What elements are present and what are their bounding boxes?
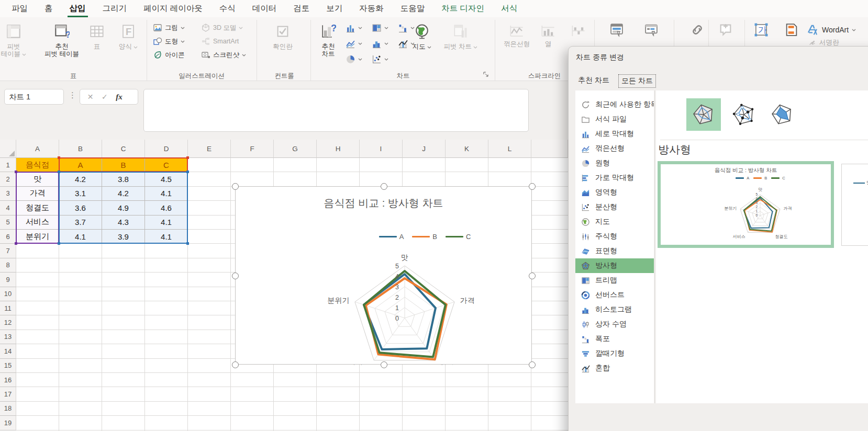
enter-icon[interactable]: ✓: [102, 93, 108, 101]
menu-tab-서식[interactable]: 서식: [493, 0, 526, 17]
chart-type-item-column[interactable]: 세로 막대형: [575, 127, 654, 141]
legend-item-B[interactable]: B: [412, 233, 437, 241]
insert-histogram-chart-button[interactable]: [372, 38, 388, 49]
table-value-cell[interactable]: 3.9: [102, 230, 145, 244]
chart-object[interactable]: 음식점 비교 : 방사형 차트 ABC 543210맛가격청결도서비스분위기: [235, 186, 532, 365]
insert-line-chart-button[interactable]: [346, 38, 362, 49]
sparkline-column-button[interactable]: 열: [535, 21, 561, 56]
chart-type-item-pie[interactable]: 원형: [575, 156, 654, 171]
chart-legend[interactable]: ABC: [277, 233, 573, 241]
sparkline-line-button[interactable]: 꺾은선형: [504, 21, 530, 56]
table-series-header[interactable]: A: [59, 158, 102, 172]
table-value-cell[interactable]: 4.5: [145, 172, 188, 186]
menu-tab-차트 디자인[interactable]: 차트 디자인: [433, 0, 493, 17]
chart-type-item-waterfall[interactable]: 폭포: [575, 332, 654, 346]
chart-selection-handle[interactable]: [232, 273, 239, 279]
table-category-cell[interactable]: 서비스: [16, 216, 59, 230]
chart-title[interactable]: 음식점 비교 : 방사형 차트: [236, 196, 531, 210]
menu-tab-삽입[interactable]: 삽입: [61, 0, 94, 17]
subtype-radar[interactable]: [686, 98, 721, 131]
name-box[interactable]: 차트 1: [4, 89, 64, 105]
recommended-pivot-table-button[interactable]: ?추천피벗 테이블: [43, 20, 80, 72]
table-value-cell[interactable]: 4.3: [102, 216, 145, 230]
icons-button[interactable]: 아이콘: [153, 49, 185, 61]
screenshot-button[interactable]: 스크린샷: [201, 49, 246, 61]
comment-button[interactable]: [718, 22, 733, 37]
chart-type-item-combo[interactable]: 혼합: [575, 361, 654, 376]
table-value-cell[interactable]: 4.2: [102, 187, 145, 201]
chart-type-item-map[interactable]: 지도: [575, 214, 654, 229]
table-value-cell[interactable]: 4.1: [145, 216, 188, 230]
legend-item-C[interactable]: C: [446, 233, 471, 241]
chart-type-item-scatter[interactable]: 분산형: [575, 200, 654, 214]
chart-type-item-funnel[interactable]: 깔때기형: [575, 346, 654, 361]
legend-item-A[interactable]: A: [379, 233, 404, 241]
menu-tab-검토[interactable]: 검토: [285, 0, 318, 17]
chart-type-item-radar[interactable]: 방사형: [575, 258, 654, 273]
table-value-cell[interactable]: 4.2: [59, 172, 102, 186]
table-category-cell[interactable]: 가격: [16, 187, 59, 201]
dialog-tab-recommended[interactable]: 추천 차트: [575, 74, 612, 87]
menu-tab-수식[interactable]: 수식: [211, 0, 244, 17]
chart-type-item-boxwhisker[interactable]: 상자 수염: [575, 317, 654, 332]
chart-selection-handle[interactable]: [381, 361, 387, 368]
menu-tab-데이터[interactable]: 데이터: [244, 0, 285, 17]
insert-scatter-chart-button[interactable]: [372, 53, 388, 65]
subtype-radar-filled[interactable]: [765, 98, 799, 131]
table-category-cell[interactable]: 분위기: [16, 230, 59, 244]
chart-type-item-template[interactable]: 서식 파일: [575, 112, 654, 127]
table-value-cell[interactable]: 4.1: [59, 230, 102, 244]
shapes-button[interactable]: 도형: [153, 36, 185, 47]
formula-input[interactable]: [143, 89, 529, 132]
chart-preview-selected[interactable]: 음식점 비교 : 방사형 차트 ABC 543210맛가격청결도서비스분위기: [658, 161, 834, 248]
chart-type-item-treemap[interactable]: 트리맵: [575, 273, 654, 288]
chart-type-item-stock[interactable]: 주식형: [575, 229, 654, 244]
menu-tab-자동화[interactable]: 자동화: [351, 0, 392, 17]
insert-function-icon[interactable]: fx: [116, 93, 123, 101]
menu-tab-페이지 레이아웃[interactable]: 페이지 레이아웃: [135, 0, 211, 17]
chart-preview-next[interactable]: 맛: [841, 164, 868, 246]
table-category-cell[interactable]: 청결도: [16, 201, 59, 215]
table-category-cell[interactable]: 맛: [16, 172, 59, 186]
dialog-tab-all[interactable]: 모든 차트: [618, 74, 656, 88]
table-value-cell[interactable]: 4.9: [102, 201, 145, 215]
text-box-button[interactable]: 가: [754, 22, 769, 37]
subtype-radar-markers[interactable]: [727, 98, 761, 131]
menu-tab-도움말[interactable]: 도움말: [392, 0, 433, 17]
wordart-button[interactable]: WordArt: [806, 24, 856, 36]
menu-tab-파일[interactable]: 파일: [3, 0, 36, 17]
slicer-button[interactable]: [609, 22, 624, 37]
table-value-cell[interactable]: 4.1: [145, 230, 188, 244]
chart-type-item-surface[interactable]: 표면형: [575, 244, 654, 258]
chart-selection-handle[interactable]: [232, 183, 239, 190]
table-value-cell[interactable]: 3.7: [59, 216, 102, 230]
table-value-cell[interactable]: 3.1: [59, 187, 102, 201]
picture-button[interactable]: 그림: [153, 22, 185, 33]
insert-treemap-chart-button[interactable]: [372, 22, 388, 33]
chart-dialog-launcher-icon[interactable]: [483, 71, 489, 78]
header-footer-button[interactable]: [784, 22, 799, 37]
cancel-icon[interactable]: ✕: [87, 93, 94, 101]
chart-type-item-line[interactable]: 꺾은선형: [575, 141, 654, 156]
table-series-header[interactable]: B: [102, 158, 145, 172]
insert-column-chart-button[interactable]: [346, 22, 362, 33]
recommended-charts-button[interactable]: ?추천차트: [315, 20, 342, 72]
chart-type-item-histogram[interactable]: 히스토그램: [575, 302, 654, 317]
table-value-cell[interactable]: 4.1: [145, 187, 188, 201]
chart-type-item-recent[interactable]: 최근에 사용한 항목: [575, 97, 654, 112]
chart-selection-handle[interactable]: [529, 361, 536, 368]
chart-selection-handle[interactable]: [232, 361, 239, 368]
chart-selection-handle[interactable]: [529, 183, 536, 190]
table-value-cell[interactable]: 3.6: [59, 201, 102, 215]
menu-tab-보기[interactable]: 보기: [318, 0, 351, 17]
table-series-header[interactable]: C: [145, 158, 188, 172]
link-button[interactable]: [690, 22, 705, 37]
table-corner-cell[interactable]: 음식점: [16, 158, 59, 172]
menu-tab-홈[interactable]: 홈: [36, 0, 61, 17]
chart-type-item-sunburst[interactable]: 선버스트: [575, 288, 654, 302]
insert-pie-chart-button[interactable]: [346, 53, 362, 65]
chart-type-item-area[interactable]: 영역형: [575, 185, 654, 200]
table-value-cell[interactable]: 3.8: [102, 172, 145, 186]
timeline-button[interactable]: [644, 22, 659, 37]
chart-selection-handle[interactable]: [381, 183, 387, 190]
